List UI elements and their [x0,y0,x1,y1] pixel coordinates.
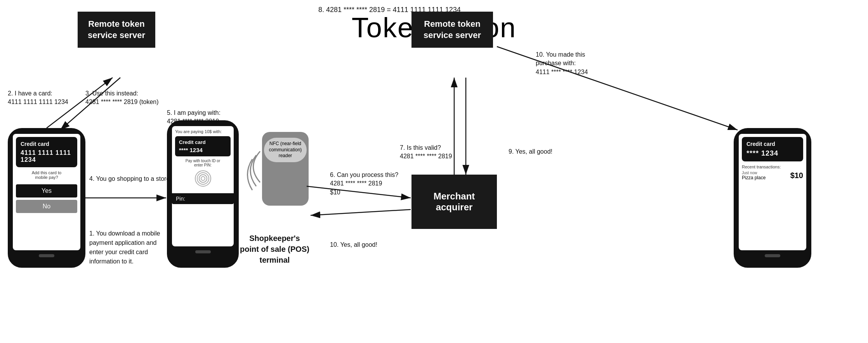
svg-line-14 [497,47,738,130]
pos-card: Credit card **** 1234 [175,136,231,156]
add-card-text: Add this card to mobile pay? [16,170,77,180]
phone-right-button [765,254,780,257]
phone-left-screen: Credit card 4111 1111 1111 1234 Add this… [13,134,80,250]
nfc-label: NFC (near-field communication) reader [264,138,307,162]
step1-label: 1. You download a mobile payment applica… [89,229,160,266]
transaction-details: Just now Pizza place [742,171,766,180]
step7-label: 7. Is this valid? 4281 **** **** 2819 [400,144,452,161]
phone-left: Credit card 4111 1111 1111 1234 Add this… [8,128,85,268]
remote-server-left: Remote token service server [78,12,155,48]
nfc-body: NFC (near-field communication) reader [262,132,309,206]
pos-card-number: **** 1234 [179,147,227,153]
yes-button[interactable]: Yes [16,184,77,197]
left-card-title: Credit card [21,141,73,147]
svg-point-3 [201,177,205,180]
recent-transactions-label: Recent transactions: [742,165,803,169]
no-button[interactable]: No [16,200,77,213]
fingerprint-icon [175,169,231,192]
transaction-place: Pizza place [742,175,766,180]
svg-point-2 [199,175,207,182]
right-card: Credit card **** 1234 [742,137,803,161]
step10-user-label: 10. You made this purchase with: 4111 **… [536,50,588,76]
pos-card-title: Credit card [179,139,227,145]
paying-text: You are paying 10$ with: [175,129,231,134]
transaction-amount: $10 [790,171,803,180]
left-card-number: 4111 1111 1111 1234 [21,149,73,163]
merchant-acquirer: Merchant acquirer [411,175,497,229]
touch-id-text: Pay with touch ID or enter PIN: [175,159,231,167]
diagram: Tokenization 8. 4281 **** **** 2819 = 41… [0,0,868,343]
step10-merchant-label: 10. Yes, all good! [330,241,377,249]
nfc-waves [239,147,262,217]
transaction-date: Just now [742,171,766,175]
right-card-title: Credit card [746,141,799,147]
right-card-number: **** 1234 [746,149,799,158]
remote-server-right: Remote token service server [411,12,493,48]
step2-label: 2. I have a card: 4111 1111 1111 1234 [8,89,68,107]
step3-label: 3. Use this instead: 4281 **** **** 2819… [85,89,159,107]
step5-label: 5. I am paying with: 4281 **** **** 2819 [167,109,220,126]
step9-label: 9. Yes, all good! [509,147,552,156]
phone-right-screen: Credit card **** 1234 Recent transaction… [739,134,806,250]
transaction-row: Just now Pizza place $10 [742,171,803,180]
pos-terminal-label: Shopkeeper's point of sale (POS) termina… [240,233,309,265]
phone-right: Credit card **** 1234 Recent transaction… [734,128,811,268]
step4-label: 4. You go shopping to a store. [89,175,172,183]
phone-mid: You are paying 10$ with: Credit card ***… [167,120,239,268]
phone-mid-button [195,250,211,253]
phone-mid-screen: You are paying 10$ with: Credit card ***… [172,126,234,246]
svg-line-11 [311,210,411,215]
pin-label: Pin: [172,193,234,204]
phone-left-button [39,254,54,257]
left-card: Credit card 4111 1111 1111 1234 [16,137,77,167]
nfc-reader: NFC (near-field communication) reader [252,132,318,225]
step6-label: 6. Can you process this? 4281 **** **** … [330,171,398,197]
